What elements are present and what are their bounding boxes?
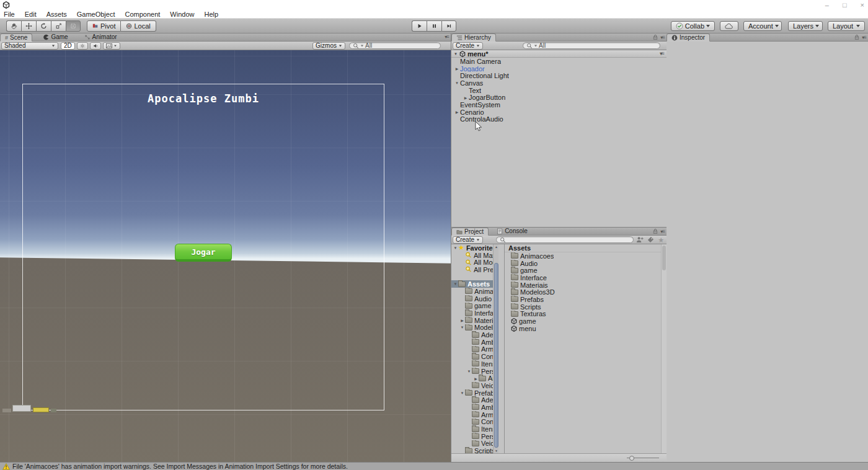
scroll-up-icon[interactable]: ▲: [494, 245, 498, 249]
inspector-panel-menu-icon[interactable]: ▾≡: [862, 35, 866, 40]
asset-item[interactable]: Audio: [505, 260, 666, 267]
hierarchy-item[interactable]: Jogador: [451, 65, 666, 73]
hierarchy-item[interactable]: Canvas: [451, 79, 666, 87]
project-tree-scrollbar[interactable]: ▲ ▼: [493, 244, 498, 453]
project-tree-item[interactable]: ★ Perso: [451, 368, 498, 375]
asset-item[interactable]: Texturas: [505, 311, 666, 318]
shaded-dropdown[interactable]: Shaded: [1, 42, 58, 50]
menu-item[interactable]: Edit: [20, 10, 42, 19]
gizmos-dropdown[interactable]: Gizmos: [312, 42, 345, 50]
hand-tool-button[interactable]: [6, 20, 21, 32]
menu-item[interactable]: Assets: [42, 10, 72, 19]
hierarchy-item[interactable]: Cenario: [451, 109, 666, 116]
disclosure-triangle[interactable]: [459, 391, 465, 395]
project-panel-menu-icon[interactable]: ▾≡: [660, 229, 665, 234]
disclosure-triangle[interactable]: [466, 370, 472, 373]
project-tree-item[interactable]: ★ Prefabs: [451, 389, 498, 397]
search-by-type-icon[interactable]: [636, 236, 644, 243]
project-tree-item[interactable]: ★ Scripts: [451, 447, 498, 453]
tab-game[interactable]: Game: [38, 33, 72, 41]
project-tree-item[interactable]: ★ Armas: [451, 346, 498, 353]
project-tree-item[interactable]: ★ Assets: [451, 280, 498, 288]
lock-icon[interactable]: [653, 34, 658, 40]
project-tree-item[interactable]: ★ Veicul: [451, 440, 498, 448]
scene-object-bus[interactable]: [33, 407, 49, 412]
hierarchy-item[interactable]: EventSystem: [451, 101, 666, 109]
menu-item[interactable]: Help: [199, 10, 223, 19]
project-tree-item[interactable]: ★ Favorites: [451, 244, 498, 252]
hierarchy-item[interactable]: Directional Light: [451, 72, 666, 79]
scroll-down-icon[interactable]: ▼: [494, 449, 498, 453]
project-search-input[interactable]: [496, 236, 634, 243]
tab-animator[interactable]: Animator: [80, 33, 122, 41]
menu-item[interactable]: GameObject: [72, 10, 120, 19]
scrollbar-thumb[interactable]: [494, 263, 498, 448]
status-bar[interactable]: File 'Animacoes' has animation import wa…: [0, 462, 868, 470]
hierarchy-create-button[interactable]: Create: [453, 42, 483, 50]
hierarchy-scene-row[interactable]: ▼ menu* ▾≡: [451, 50, 666, 58]
account-button[interactable]: Account: [743, 21, 782, 31]
asset-item[interactable]: game: [505, 317, 666, 325]
project-tree-item[interactable]: ★ All Prefa: [451, 266, 498, 273]
project-tree-item[interactable]: ★ Ani: [451, 375, 498, 382]
disclosure-triangle[interactable]: [453, 282, 458, 286]
game-title-text[interactable]: Apocalipse Zumbi: [22, 92, 384, 105]
project-tree-item[interactable]: ★ Armas: [451, 411, 498, 419]
tab-project[interactable]: Project: [451, 228, 489, 236]
project-tree-item[interactable]: ★ Ambie: [451, 404, 498, 411]
hierarchy-item[interactable]: JogarButton: [451, 94, 666, 101]
menu-item[interactable]: Component: [120, 10, 165, 19]
project-tree-item[interactable]: ★ Itens: [451, 425, 498, 433]
scene-viewport[interactable]: Apocalipse Zumbi Jogar: [0, 50, 451, 462]
pivot-button[interactable]: Pivot: [87, 20, 121, 32]
project-tree-item[interactable]: ★ Const: [451, 419, 498, 426]
asset-item[interactable]: Interface: [505, 274, 666, 282]
hierarchy-item[interactable]: Main Camera: [451, 58, 666, 65]
scale-tool-button[interactable]: [51, 20, 66, 32]
disclosure-triangle[interactable]: [454, 66, 460, 71]
tab-hierarchy[interactable]: Hierarchy: [451, 33, 496, 42]
scene-object-debris[interactable]: [2, 409, 11, 412]
project-tree-item[interactable]: ★ Const: [451, 353, 498, 360]
project-tree-item[interactable]: ★ Modelos: [451, 324, 498, 332]
project-tree-item[interactable]: ★ All Mode: [451, 259, 498, 266]
disclosure-triangle[interactable]: [459, 326, 465, 329]
rotate-tool-button[interactable]: [36, 20, 51, 32]
close-button[interactable]: ×: [861, 1, 864, 9]
asset-item[interactable]: Scripts: [505, 303, 666, 311]
asset-item[interactable]: Animacoes: [505, 252, 666, 260]
disclosure-triangle[interactable]: [473, 376, 479, 381]
asset-item[interactable]: Modelos3D: [505, 288, 666, 296]
layers-button[interactable]: Layers: [788, 21, 823, 31]
assets-pane-scrollbar[interactable]: [661, 244, 666, 453]
scene-audio-button[interactable]: [90, 42, 101, 50]
menu-item[interactable]: Window: [165, 10, 199, 19]
asset-item[interactable]: Materiais: [505, 282, 666, 289]
scene-object-crate[interactable]: [51, 409, 56, 412]
rect-tool-button[interactable]: [66, 20, 81, 32]
menu-item[interactable]: File: [0, 10, 20, 19]
tab-scene[interactable]: # Scene: [0, 33, 32, 42]
disclosure-triangle[interactable]: ▼: [454, 52, 458, 56]
tab-console[interactable]: Console: [492, 227, 532, 235]
pause-button[interactable]: [427, 20, 441, 32]
project-tree-item[interactable]: ★ game: [451, 303, 498, 310]
scene-panel-menu-icon[interactable]: ▾≡: [445, 34, 449, 40]
lock-icon[interactable]: [854, 34, 859, 40]
jogar-button[interactable]: Jogar: [175, 244, 232, 262]
maximize-button[interactable]: □: [843, 1, 847, 9]
scene-effects-button[interactable]: [103, 42, 120, 50]
project-tree-item[interactable]: ★ Itens: [451, 360, 498, 368]
project-tree-item[interactable]: ★ Adere: [451, 396, 498, 404]
disclosure-triangle[interactable]: [453, 246, 458, 250]
project-tree-item[interactable]: ★ Animaco: [451, 288, 498, 295]
minimize-button[interactable]: –: [825, 1, 829, 9]
search-by-label-icon[interactable]: [647, 236, 654, 243]
project-tree-item[interactable]: ★ Ambie: [451, 339, 498, 346]
scene-row-menu-icon[interactable]: ▾≡: [660, 51, 664, 56]
scene-search-input[interactable]: All: [349, 42, 441, 49]
disclosure-triangle[interactable]: [459, 318, 465, 322]
2d-toggle-button[interactable]: 2D: [61, 42, 75, 50]
disclosure-triangle[interactable]: [454, 110, 460, 114]
project-tree-item[interactable]: ★ Adere: [451, 331, 498, 339]
